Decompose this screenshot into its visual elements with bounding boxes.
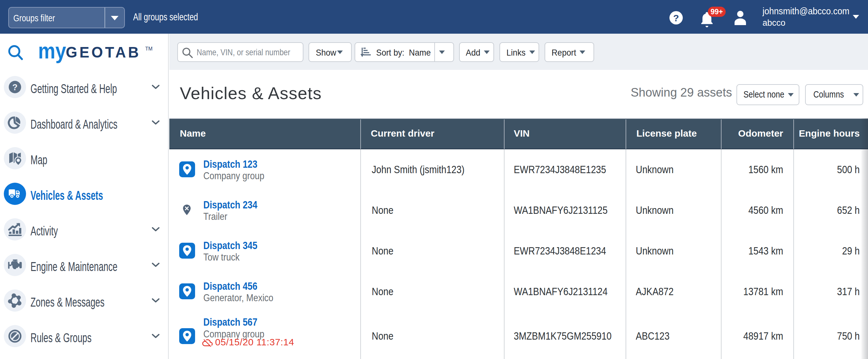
svg-text:?: ? — [12, 83, 18, 92]
